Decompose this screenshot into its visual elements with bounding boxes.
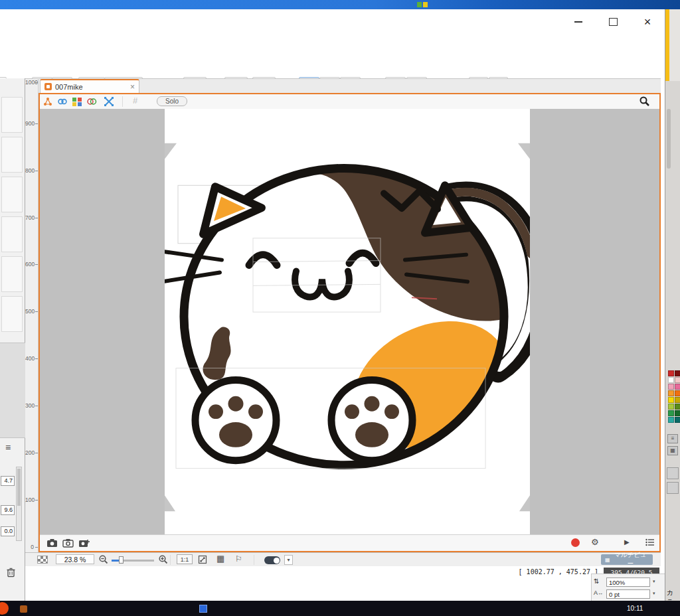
background-window-strip [0, 0, 680, 9]
close-button[interactable]: × [630, 9, 665, 35]
zoom-in-icon [158, 554, 168, 564]
deformer-view-button[interactable] [42, 96, 53, 107]
trash-icon [6, 567, 16, 578]
ruler-tick: 1000 [25, 79, 38, 86]
snapshot-overlay-button[interactable] [62, 538, 74, 548]
tab-document[interactable]: 007mike × [40, 79, 139, 94]
color-swatch[interactable] [668, 417, 674, 423]
mesh-view-button[interactable] [104, 96, 114, 107]
solo-button[interactable]: Solo [157, 96, 187, 106]
color-swatch[interactable] [675, 404, 680, 410]
zoom-in-button[interactable] [158, 554, 168, 566]
color-swatch[interactable] [675, 377, 680, 383]
ruler: 10009008007006005004003002001000 [25, 78, 39, 552]
color-swatch[interactable] [668, 397, 674, 403]
panel-thumbnail[interactable] [1, 216, 23, 252]
color-swatch[interactable] [675, 417, 680, 423]
color-swatch[interactable] [668, 390, 674, 396]
fit-view-button[interactable] [198, 555, 207, 566]
panel-thumbnail[interactable] [1, 256, 23, 292]
model-file-icon [44, 83, 52, 90]
toolbar-separator [122, 96, 123, 107]
panel-thumbnail[interactable] [1, 97, 23, 133]
color-swatch[interactable] [668, 404, 674, 410]
letter-spacing-icon: A↔ [594, 589, 603, 596]
taskbar-app-icon[interactable] [199, 605, 207, 613]
letter-spacing-field[interactable]: 0 pt [606, 589, 650, 599]
transparency-toggle[interactable] [37, 556, 48, 564]
panel-thumbnail[interactable] [1, 296, 23, 332]
flag-button[interactable]: ⚐ [235, 554, 242, 564]
zoom-slider[interactable] [112, 560, 154, 562]
taskbar-app-icon[interactable] [0, 602, 9, 615]
minimize-button[interactable] [561, 9, 596, 35]
panel-scrollbar[interactable] [16, 467, 22, 541]
ruler-tick: 700 [25, 214, 38, 221]
fit-view-icon [198, 555, 207, 564]
menu-icon[interactable]: ≡ [5, 442, 11, 453]
ruler-tick: 900 [25, 120, 38, 127]
onion-skin-button[interactable] [86, 96, 97, 107]
color-swatch[interactable] [675, 410, 680, 416]
screen: × AUTO [0, 0, 680, 616]
view-toggle-switch[interactable] [264, 556, 280, 564]
main-toolbar: AUTO [0, 36, 665, 68]
panel-section [0, 343, 25, 438]
snapshot-button[interactable] [46, 538, 58, 548]
play-button[interactable]: ▶ [624, 538, 630, 546]
grid-toggle-button[interactable]: # [133, 96, 137, 106]
texture-view-button[interactable] [72, 96, 82, 107]
color-swatch[interactable] [675, 397, 680, 403]
canvas-area[interactable] [40, 109, 659, 535]
mesh-x-icon [104, 96, 114, 107]
multiview-button[interactable]: ▦ マルチビュー [601, 554, 653, 565]
scrollbar-thumb[interactable] [17, 469, 21, 506]
right-scrollbar-thumb[interactable] [667, 109, 671, 169]
tool-thumbnail[interactable] [667, 482, 679, 494]
panel-thumbnail[interactable] [1, 137, 23, 173]
color-swatch[interactable] [668, 370, 674, 376]
list-button[interactable] [645, 538, 655, 548]
zoom-slider-thumb[interactable] [119, 556, 124, 564]
delete-button[interactable] [6, 567, 16, 579]
color-swatch[interactable] [675, 370, 680, 376]
zoom-level-field[interactable]: 23.8 % [56, 554, 94, 564]
swatch-grid-icon[interactable]: ▦ [667, 446, 678, 455]
taskbar-app-icon[interactable] [20, 605, 27, 613]
link-view-button[interactable] [57, 96, 68, 107]
panel-thumbnail[interactable] [1, 177, 23, 212]
taskbar-clock[interactable]: 10:11 [627, 605, 643, 612]
color-swatch[interactable] [668, 410, 674, 416]
parameter-value-field[interactable]: 9.6 [1, 505, 15, 515]
grid-view-button[interactable]: ▦ [216, 554, 224, 564]
grid-icon: ▦ [605, 557, 610, 563]
gear-icon[interactable]: ⚙ [591, 537, 599, 547]
record-button[interactable] [571, 538, 580, 547]
tool-thumbnail[interactable] [667, 467, 679, 479]
swatch-menu-icon[interactable]: ≡ [667, 434, 678, 443]
actual-size-button[interactable]: 1:1 [177, 554, 193, 564]
chevron-down-icon[interactable]: ▾ [653, 591, 655, 596]
maximize-button[interactable] [596, 9, 630, 35]
cat-illustration [165, 109, 530, 535]
app-window: × AUTO [0, 9, 665, 601]
chevron-down-icon[interactable]: ▾ [284, 555, 293, 565]
parameter-value-field[interactable]: 0.0 [1, 526, 15, 536]
statusbar-separator [170, 555, 171, 565]
canvas-bottom-toolbar: ⚙ ▶ [40, 534, 659, 551]
viewport: # Solo [39, 93, 661, 552]
artboard[interactable] [165, 109, 530, 535]
color-swatch[interactable] [668, 384, 674, 390]
line-height-field[interactable]: 100% [606, 578, 650, 587]
chevron-down-icon[interactable]: ▾ [653, 579, 655, 584]
color-swatch[interactable] [675, 390, 680, 396]
color-swatch[interactable] [675, 384, 680, 390]
color-swatch[interactable] [668, 377, 674, 383]
minimize-icon [574, 21, 582, 23]
zoom-out-button[interactable] [98, 554, 108, 566]
snapshot-add-button[interactable] [78, 538, 90, 548]
background-app-icon [423, 2, 428, 7]
search-pin-button[interactable] [639, 96, 650, 109]
parameter-value-field[interactable]: 4.7 [1, 476, 15, 486]
tab-close-icon[interactable]: × [130, 82, 135, 92]
